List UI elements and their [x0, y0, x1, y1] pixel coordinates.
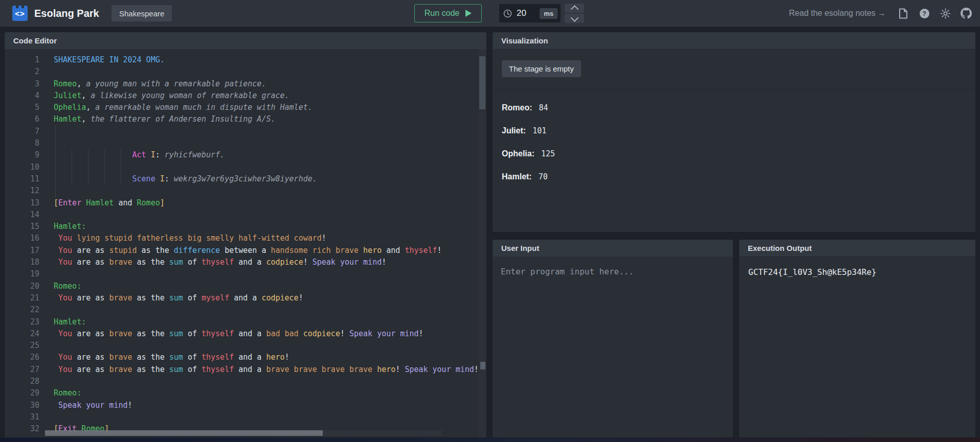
code-line-content: [54, 161, 486, 173]
stage-section: The stage is empty: [493, 49, 975, 90]
code-line[interactable]: 22: [5, 304, 486, 316]
code-line[interactable]: 20Romeo:: [5, 281, 486, 292]
code-token: and a: [229, 293, 261, 303]
code-line[interactable]: 11 Scene I: wekrg3w7er6yg3ciwher3w8iyerh…: [5, 173, 486, 185]
code-line[interactable]: 31: [5, 411, 486, 423]
execution-output-panel: Execution Output GCTF24{I_l0V3_Sh@kE5p34…: [739, 239, 976, 438]
code-line[interactable]: 14: [5, 209, 486, 221]
line-number: 20: [5, 281, 39, 292]
visualization-content: The stage is empty Romeo:84Juliet:101Oph…: [493, 49, 975, 232]
line-number: 7: [5, 126, 39, 137]
code-token: Romeo: [137, 198, 160, 207]
code-token: [: [54, 198, 58, 207]
code-line[interactable]: 9 Act I: ryhicfweburf.: [5, 149, 486, 161]
code-line[interactable]: 12: [5, 185, 486, 197]
run-code-button[interactable]: Run code: [414, 4, 482, 22]
horizontal-scrollbar-thumb[interactable]: [45, 430, 323, 436]
code-line[interactable]: 21 You are as brave as the sum of myself…: [5, 292, 486, 304]
code-token: hero: [377, 365, 395, 374]
code-token: [72, 234, 77, 243]
code-line-content: SHAKESPEARE IN 2024 OMG.: [54, 54, 486, 66]
logo-notch: [16, 6, 18, 8]
code-token: !: [285, 353, 289, 362]
indent-guide: [72, 149, 72, 161]
code-token: SHAKESPEARE IN 2024 OMG.: [54, 55, 165, 64]
program-input-textarea[interactable]: [493, 257, 733, 437]
code-token: sum: [169, 293, 183, 303]
code-token: !: [303, 258, 313, 267]
code-line[interactable]: 26 You are as brave as the sum of thysel…: [5, 352, 486, 363]
indent-guide: [88, 149, 88, 161]
code-line-content: You are as brave as the sum of thyself a…: [54, 352, 486, 363]
header-right: Read the esolang notes → ?: [789, 0, 972, 27]
code-token: as the: [132, 365, 169, 374]
brand[interactable]: <> Esolang Park: [12, 0, 99, 27]
stepper-down-button[interactable]: [565, 14, 584, 23]
line-number: 3: [5, 78, 39, 90]
code-token: of: [183, 365, 202, 374]
code-line[interactable]: 28: [5, 376, 486, 387]
delay-input[interactable]: 20 ms: [499, 4, 561, 22]
esolang-park-logo-icon: <>: [12, 6, 28, 21]
code-line[interactable]: 25: [5, 340, 486, 352]
character-value: 70: [539, 172, 548, 181]
code-token: between a: [220, 246, 271, 255]
code-line[interactable]: 23Hamlet:: [5, 316, 486, 328]
code-token: [54, 329, 58, 338]
code-token: hero: [266, 353, 284, 362]
code-token: and a: [234, 258, 266, 267]
code-editor[interactable]: 1SHAKESPEARE IN 2024 OMG.23Romeo, a youn…: [5, 49, 486, 437]
code-token: !: [128, 401, 132, 410]
code-line[interactable]: 13[Enter Hamlet and Romeo]: [5, 197, 486, 209]
indent-guide: [55, 161, 56, 173]
editor-horizontal-scrollbar[interactable]: [45, 430, 442, 436]
document-icon[interactable]: [898, 8, 909, 19]
code-line[interactable]: 19: [5, 268, 486, 280]
editor-vertical-scrollbar[interactable]: [478, 49, 486, 437]
code-line[interactable]: 7: [5, 126, 486, 137]
indent-guide: [55, 173, 56, 185]
indent-guide: [72, 173, 72, 185]
chevron-up-icon: [570, 5, 578, 13]
line-number: 23: [5, 316, 39, 328]
line-number: 32: [5, 423, 39, 435]
code-line[interactable]: 18 You are as brave as the sum of thysel…: [5, 257, 486, 268]
code-line[interactable]: 4Juliet, a likewise young woman of remar…: [5, 90, 486, 102]
line-number: 16: [5, 232, 39, 244]
stage-status-badge: The stage is empty: [502, 60, 581, 77]
code-line[interactable]: 16 You lying stupid fatherless big smell…: [5, 232, 486, 244]
code-line[interactable]: 2: [5, 66, 486, 78]
code-line[interactable]: 17 You are as stupid as the difference b…: [5, 245, 486, 257]
line-number: 18: [5, 257, 39, 268]
indent-guide: [121, 173, 121, 185]
code-token: and a: [234, 353, 266, 362]
code-line-content: You lying stupid fatherless big smelly h…: [54, 232, 486, 244]
code-line[interactable]: 27 You are as brave as the sum of thysel…: [5, 364, 486, 376]
indent-guide: [72, 161, 72, 173]
code-line-content: You are as brave as the sum of thyself a…: [54, 364, 486, 376]
code-line[interactable]: 5Ophelia, a remarkable woman much in dis…: [5, 102, 486, 113]
code-line[interactable]: 6Hamlet, the flatterer of Andersen Insul…: [5, 113, 486, 125]
code-line[interactable]: 8: [5, 137, 486, 149]
github-icon[interactable]: [961, 8, 972, 19]
help-icon[interactable]: ?: [919, 8, 930, 19]
language-selector-button[interactable]: Shakespeare: [112, 5, 172, 21]
code-line[interactable]: 1SHAKESPEARE IN 2024 OMG.: [5, 54, 486, 66]
esolang-notes-link[interactable]: Read the esolang notes →: [789, 9, 886, 18]
code-line[interactable]: 29Romeo:: [5, 387, 486, 399]
code-line-content: [54, 340, 486, 352]
code-line[interactable]: 30 Speak your mind!: [5, 400, 486, 411]
code-line[interactable]: 3Romeo, a young man with a remarkable pa…: [5, 78, 486, 90]
code-line[interactable]: 24 You are as brave as the sum of thysel…: [5, 328, 486, 340]
theme-toggle-sun-icon[interactable]: [940, 8, 951, 19]
vertical-scrollbar-thumb[interactable]: [479, 56, 485, 109]
character-value-row: Hamlet:70: [502, 172, 966, 181]
code-token: are as: [72, 258, 109, 267]
code-token: Hamlet:: [54, 222, 86, 231]
code-line[interactable]: 10: [5, 161, 486, 173]
code-token: handsome rich brave: [271, 246, 359, 255]
code-line[interactable]: 15Hamlet:: [5, 221, 486, 232]
code-token: ,: [81, 114, 86, 124]
stepper-up-button[interactable]: [565, 4, 584, 13]
line-number: 29: [5, 387, 39, 399]
